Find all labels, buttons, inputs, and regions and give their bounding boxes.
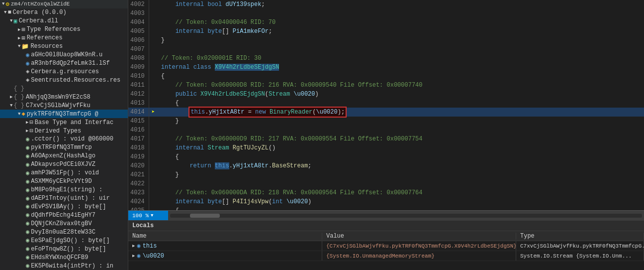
sidebar-label-tr: Type References — [27, 26, 81, 33]
sidebar-item-empty[interactable]: ▶ { } { } — [0, 84, 128, 93]
r2-icon: ◉ — [26, 60, 29, 67]
sidebar-item-dqn[interactable]: ◉ DQNjCKnZ8vax0tgBV — [0, 219, 128, 228]
line-number: 4025 — [128, 206, 149, 210]
list-item[interactable]: ▶ ◉ \u0020 {System.IO.UnmanagedMemoryStr… — [128, 251, 644, 261]
line-number: 4010 — [128, 72, 149, 81]
sidebar-label-cerbera: Cerbera (0.0.0) — [13, 9, 67, 16]
line-content: internal byte[] P4I1j4sVpw(int \u0020) — [157, 197, 644, 206]
sidebar-item-r3[interactable]: ◈ Cerbera.g.resources — [0, 68, 128, 76]
zoom-dropdown-icon[interactable]: ▼ — [151, 213, 153, 218]
table-row: 4015 } — [128, 117, 644, 126]
cerbera-icon: ■ — [7, 9, 11, 16]
sidebar-item-adk[interactable]: ◉ ADkapvscPdCEi0XJVZ — [0, 160, 128, 169]
sidebar-item-dll[interactable]: ▼ ▣ Cerbera.dll — [0, 17, 128, 25]
expand-icon-ref: ▶ — [18, 35, 20, 41]
sidebar-label-dvy: DvyI8n0uaE28teW33C — [31, 229, 95, 236]
scrollbar-area[interactable]: 100 % ▼ — [128, 210, 644, 220]
line-content: // Token: 0x060000D8 RID: 216 RVA: 0x000… — [157, 81, 644, 90]
sidebar-item-cerbera[interactable]: ▼ ■ Cerbera (0.0.0) — [0, 8, 128, 17]
dll-icon: ▣ — [13, 17, 17, 25]
expand-icon-u0020[interactable]: ▶ — [132, 253, 135, 259]
line-number: 4013 — [128, 99, 149, 108]
base-icon: ⊟ — [29, 119, 33, 126]
line-number: 4016 — [128, 126, 149, 135]
line-number: 4020 — [128, 161, 149, 170]
locals-value-this: {C7xvCjSGlbAWjvfFku.pykTRF0fNQ3TmmfcpG.X… — [326, 243, 516, 249]
expand-icon-res: ▼ — [18, 44, 20, 49]
locals-name-u0020: \u0020 — [143, 253, 164, 260]
line-content: // Token: 0x0200001E RID: 30 — [157, 54, 644, 63]
table-row: 4017 // Token: 0x060000D9 RID: 217 RVA: … — [128, 135, 644, 143]
locals-type-this: C7xvCjSGlbAWjvfFku.pykTRF0fNQ3TmmfcpG.X9… — [520, 243, 644, 249]
table-row: 4008 // Token: 0x0200001E RID: 30 — [128, 54, 644, 63]
table-row: 4006 } — [128, 36, 644, 45]
sidebar-label-efo: eFoPTnqw8Z() : byte[] — [31, 246, 106, 253]
sidebar-item-r4[interactable]: ◈ Seentrusted.Resources.res — [0, 76, 128, 84]
sidebar-item-pyk[interactable]: ▼ ◆ pykTRF0fNQ3TmmfcpG @ — [0, 110, 128, 118]
sidebar-label-r2: aR3nbf8dQp2feLmk31.lSf — [31, 60, 109, 67]
sidebar-item-ees[interactable]: ◉ EeSPaEjdgSO() : byte[] — [0, 236, 128, 245]
locals-col-name: Name — [128, 233, 322, 240]
sidebar-item-dev[interactable]: ◉ dEvPSV1BAy() : byte[] — [0, 203, 128, 211]
expand-icon-tr: ▶ — [18, 27, 20, 32]
line-content: this.yHj1xtA8tr = new BinaryReader(\u002… — [157, 108, 644, 117]
ref-icon: ⊞ — [21, 34, 25, 42]
dqd-icon: ◉ — [26, 211, 29, 219]
expand-icon-base: ▶ — [26, 120, 28, 125]
locals-panel: Locals Name Value Type ▶ ◉ this — [128, 220, 644, 270]
line-number: 4024 — [128, 197, 149, 206]
ek5-icon: ◉ — [26, 262, 29, 270]
line-number: 4004 — [128, 18, 149, 27]
line-number: 4008 — [128, 54, 149, 63]
sidebar-item-base[interactable]: ▶ ⊟ Base Type and Interfac — [0, 118, 128, 127]
list-item[interactable]: ▶ ◉ this {C7xvCjSGlbAWjvfFku.pykTRF0fNQ3… — [128, 241, 644, 251]
sidebar-label-c7xv: C7xvCjSGlbAWjvfFku — [26, 102, 91, 109]
dae-icon: ◉ — [26, 195, 29, 202]
table-row: 4003 — [128, 9, 644, 18]
sidebar-item-derived[interactable]: ▶ ⊟ Derived Types — [0, 127, 128, 135]
sidebar-item-resources[interactable]: ▼ 📁 Resources — [0, 42, 128, 51]
sidebar-item-r2[interactable]: ◉ aR3nbf8dQp2feLmk31.lSf — [0, 59, 128, 68]
zoom-control[interactable]: 100 % ▼ — [128, 211, 168, 221]
expand-icon-anhj: ▶ — [10, 94, 12, 100]
locals-row-value-u0020: {System.IO.UnmanagedMemoryStream} — [322, 251, 516, 261]
sidebar-item-ek5[interactable]: ◉ EK5P6wita4(intPtr) : in — [0, 262, 128, 270]
line-content: internal Stream RgtTUJcyZL() — [157, 143, 644, 152]
sidebar-item-efo[interactable]: ◉ eFoPTnqw8Z() : byte[] — [0, 245, 128, 253]
sidebar-item-dae[interactable]: ◉ dAEP1Tntoy(uint) : uir — [0, 194, 128, 203]
scrollbar-thumb[interactable] — [190, 214, 220, 218]
sidebar-label-dqn: DQNjCKnZ8vax0tgBV — [31, 220, 92, 227]
sidebar-title-row[interactable]: ▼ ⚙ zm4/ntHZoxQalWZidE — [0, 0, 128, 8]
locals-column-headers: Name Value Type — [128, 231, 644, 241]
sidebar-item-ehs[interactable]: ◉ EHdsRYWXnoQFCFB9 — [0, 253, 128, 262]
horizontal-scrollbar[interactable] — [170, 214, 642, 218]
sidebar-item-r1[interactable]: ◉ aGHcO0l8Uaop8WK9nR.u — [0, 51, 128, 59]
line-content — [157, 45, 644, 54]
a6o-icon: ◉ — [26, 152, 29, 160]
expand-icon-this[interactable]: ▶ — [132, 243, 135, 249]
sidebar-item-bm8[interactable]: ◉ bM8Po9hgE1(string) : — [0, 186, 128, 194]
locals-value-u0020: {System.IO.UnmanagedMemoryStream} — [326, 253, 435, 259]
sidebar-item-a6o[interactable]: ◉ A6OApxenZ(HashAlgo — [0, 152, 128, 160]
locals-row-value-this: {C7xvCjSGlbAWjvfFku.pykTRF0fNQ3TmmfcpG.X… — [322, 241, 516, 251]
sidebar-item-references[interactable]: ▶ ⊞ References — [0, 34, 128, 42]
res-icon: 📁 — [21, 43, 29, 50]
efo-icon: ◉ — [26, 245, 29, 253]
expand-icon-pyk: ▼ — [18, 112, 20, 117]
sidebar-label-ctor: .cctor() : void @060000 — [31, 135, 113, 142]
sidebar-item-dqd[interactable]: ◉ dQdhfPbEchg4iEgHY7 — [0, 211, 128, 219]
sidebar-label-ek5: EK5P6wita4(intPtr) : in — [31, 263, 113, 270]
sidebar-item-dvy[interactable]: ◉ DvyI8n0uaE28teW33C — [0, 228, 128, 236]
sidebar-item-c7xv[interactable]: ▼ { } C7xvCjSGlbAWjvfFku — [0, 101, 128, 110]
sidebar-item-pyk2[interactable]: ◉ pykTRF0fNQ3Tmmfcp — [0, 143, 128, 152]
expand-icon-derived: ▶ — [26, 128, 28, 134]
locals-title: Locals — [132, 222, 154, 229]
sidebar-item-type-references[interactable]: ▶ ⊞ Type References — [0, 25, 128, 34]
sidebar-label-r4: Seentrusted.Resources.res — [31, 77, 120, 84]
sidebar-item-ctor[interactable]: ◉ .cctor() : void @060000 — [0, 135, 128, 143]
sidebar-item-asx[interactable]: ◉ ASXMM6yCEkPcVYt9D — [0, 177, 128, 186]
line-content — [157, 126, 644, 135]
sidebar-item-anhj[interactable]: ▶ { } ANhjqQ3msWn9YE2cS8 — [0, 93, 128, 101]
code-editor: 4002 internal bool dUY139spek; 4003 4004… — [128, 0, 644, 220]
sidebar-item-amh[interactable]: ◉ amhP3W51Fp() : void — [0, 169, 128, 177]
